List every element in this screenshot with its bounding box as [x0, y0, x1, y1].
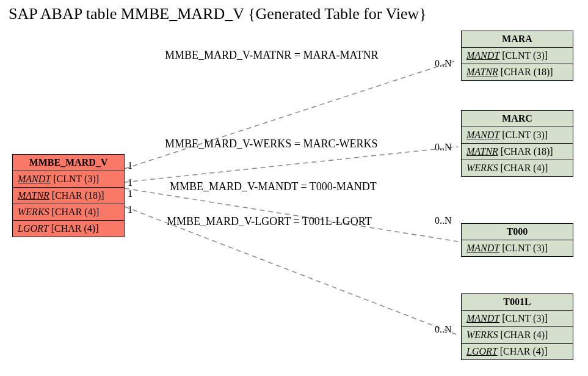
field-type: [CHAR (4)] [51, 223, 99, 234]
field-type: [CHAR (4)] [501, 163, 548, 173]
entity-mara: MARA MANDT [CLNT (3)] MATNR [CHAR (18)] [461, 31, 573, 81]
relation-label: MMBE_MARD_V-LGORT = T001L-LGORT [167, 215, 372, 228]
diagram-title: SAP ABAP table MMBE_MARD_V {Generated Ta… [9, 5, 427, 23]
field-row: MANDT [CLNT (3)] [462, 311, 573, 327]
relation-label: MMBE_MARD_V-WERKS = MARC-WERKS [165, 138, 378, 150]
field-name: MATNR [18, 190, 49, 201]
relation-label: MMBE_MARD_V-MATNR = MARA-MATNR [165, 49, 379, 62]
entity-header: MARA [462, 31, 573, 48]
entity-header: MMBE_MARD_V [13, 155, 124, 171]
field-name: MATNR [466, 146, 498, 157]
field-name: MANDT [466, 50, 499, 61]
field-row: MATNR [CHAR (18)] [13, 188, 124, 204]
field-name: WERKS [18, 207, 49, 217]
entity-mmbe-mard-v: MMBE_MARD_V MANDT [CLNT (3)] MATNR [CHAR… [12, 154, 125, 237]
field-name: WERKS [466, 330, 498, 340]
field-row: MATNR [CHAR (18)] [462, 144, 573, 160]
field-type: [CLNT (3)] [502, 313, 548, 323]
field-row: MANDT [CLNT (3)] [462, 240, 573, 256]
cardinality-right: 0..N [435, 324, 452, 335]
entity-marc: MARC MANDT [CLNT (3)] MATNR [CHAR (18)] … [461, 110, 573, 177]
field-type: [CHAR (18)] [52, 190, 104, 201]
field-type: [CHAR (18)] [501, 146, 553, 157]
field-row: MANDT [CLNT (3)] [462, 48, 573, 64]
entity-header: T001L [462, 294, 573, 311]
field-type: [CLNT (3)] [502, 243, 548, 253]
field-name: MATNR [466, 67, 498, 77]
field-name: WERKS [466, 163, 498, 173]
field-row: LGORT [CHAR (4)] [13, 221, 124, 237]
cardinality-left: 1 [128, 177, 132, 188]
field-row: WERKS [CHAR (4)] [462, 327, 573, 344]
field-row: WERKS [CHAR (4)] [462, 160, 573, 176]
field-type: [CLNT (3)] [502, 50, 548, 61]
field-type: [CLNT (3)] [53, 174, 99, 184]
field-name: MANDT [466, 130, 499, 140]
field-type: [CHAR (4)] [501, 330, 548, 340]
cardinality-left: 1 [128, 204, 132, 215]
field-row: MATNR [CHAR (18)] [462, 64, 573, 80]
field-type: [CHAR (4)] [500, 346, 548, 356]
entity-t000: T000 MANDT [CLNT (3)] [461, 223, 573, 257]
field-name: LGORT [466, 346, 498, 356]
cardinality-left: 1 [128, 188, 132, 199]
cardinality-right: 0..N [435, 58, 452, 69]
field-row: WERKS [CHAR (4)] [13, 204, 124, 221]
field-row: LGORT [CHAR (4)] [462, 344, 573, 359]
field-name: MANDT [466, 313, 499, 323]
field-name: MANDT [18, 174, 51, 184]
field-type: [CLNT (3)] [502, 130, 548, 140]
field-row: MANDT [CLNT (3)] [13, 171, 124, 188]
field-type: [CHAR (4)] [52, 207, 100, 217]
field-row: MANDT [CLNT (3)] [462, 127, 573, 144]
field-type: [CHAR (18)] [501, 67, 553, 77]
entity-header: MARC [462, 111, 573, 127]
cardinality-left: 1 [128, 160, 132, 171]
relation-label: MMBE_MARD_V-MANDT = T000-MANDT [170, 180, 377, 193]
cardinality-right: 0..N [435, 142, 452, 153]
cardinality-right: 0..N [435, 215, 452, 226]
field-name: LGORT [18, 223, 49, 234]
field-name: MANDT [466, 243, 499, 253]
entity-header: T000 [462, 224, 573, 240]
entity-t001l: T001L MANDT [CLNT (3)] WERKS [CHAR (4)] … [461, 293, 573, 360]
